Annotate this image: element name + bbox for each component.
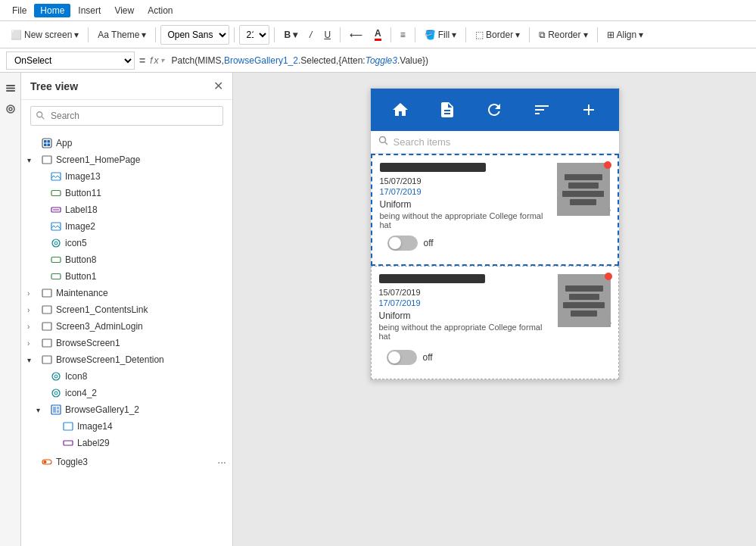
icon-icon-5 — [50, 237, 62, 249]
menu-home[interactable]: Home — [34, 4, 70, 17]
button-icon-8 — [50, 254, 62, 266]
sidebar-search-container — [21, 100, 232, 132]
app-search-placeholder: Search items — [394, 136, 451, 148]
app-search-bar[interactable]: Search items — [371, 131, 619, 154]
fill-chevron-icon: ▾ — [452, 30, 456, 40]
svg-point-36 — [44, 460, 47, 463]
formula-equals: = — [139, 55, 145, 67]
tree-item-icon42[interactable]: icon4_2 — [21, 385, 232, 401]
header-document-icon[interactable] — [434, 96, 461, 123]
new-screen-button[interactable]: ⬜ New screen ▾ — [6, 27, 83, 42]
menu-file[interactable]: File — [6, 4, 33, 17]
tree-item-image2[interactable]: Image2 — [21, 218, 232, 235]
svg-line-38 — [384, 142, 387, 145]
tree-item-button8[interactable]: Button8 — [21, 251, 232, 268]
tree-item-screen1homepage[interactable]: ▾ Screen1_HomePage — [21, 151, 232, 168]
toggle-3-label: off — [424, 238, 434, 248]
tree-item-adminlogin[interactable]: › Screen3_AdminLogin — [21, 318, 232, 335]
svg-point-17 — [54, 242, 58, 245]
formula-ref-gallery: BrowseGallery1_2 — [224, 55, 298, 66]
tree-label-image13: Image13 — [65, 171, 226, 182]
toggle-item2-control[interactable] — [387, 350, 417, 365]
font-select[interactable]: Open Sans — [160, 25, 229, 45]
gallery-item-1-text: 15/07/2019 17/07/2019 Uniform being with… — [380, 163, 551, 229]
gallery-item-2-category: Uniform — [379, 310, 552, 321]
left-icon-components[interactable] — [2, 100, 20, 118]
tree-label-detention: BrowseScreen1_Detention — [56, 354, 226, 365]
reorder-chevron-icon: ▾ — [583, 30, 588, 40]
gallery-item-2-date2: 17/07/2019 — [379, 298, 552, 307]
menu-view[interactable]: View — [108, 4, 140, 17]
bold-button[interactable]: B ▾ — [279, 27, 302, 42]
menu-action[interactable]: Action — [142, 4, 179, 17]
gallery-item-2[interactable]: 15/07/2019 17/07/2019 Uniform being with… — [371, 266, 619, 379]
toggle-3-control[interactable] — [387, 236, 418, 251]
tree-item-label18[interactable]: Label18 — [21, 201, 232, 218]
theme-chevron-icon: ▾ — [142, 30, 146, 40]
screen-icon-maintenance — [41, 287, 53, 299]
font-color-button[interactable]: A — [370, 26, 386, 43]
formula-text-value: .Value}) — [397, 55, 428, 66]
tree-item-app[interactable]: App — [21, 135, 232, 151]
gallery-item-1-image — [557, 163, 610, 216]
tree-item-maintenance[interactable]: › Maintenance — [21, 285, 232, 301]
theme-button[interactable]: Aa Theme ▾ — [93, 27, 151, 42]
menu-insert[interactable]: Insert — [72, 4, 107, 17]
align-button[interactable]: ⊞ Align ▾ — [602, 27, 649, 42]
left-icon-bar — [0, 73, 21, 546]
tree-item-label29[interactable]: Label29 — [21, 435, 232, 451]
svg-rect-10 — [42, 156, 51, 164]
svg-rect-23 — [42, 339, 51, 347]
header-home-icon[interactable] — [387, 96, 414, 123]
border-button[interactable]: ⬚ Border ▾ — [471, 27, 524, 42]
sidebar-close-button[interactable]: ✕ — [213, 79, 223, 93]
tree-item-detention[interactable]: ▾ BrowseScreen1_Detention — [21, 351, 232, 368]
header-refresh-icon[interactable] — [481, 96, 508, 123]
svg-rect-2 — [6, 90, 15, 92]
toolbar-separator-3 — [234, 27, 235, 42]
formula-ref-toggle: Toggle3 — [366, 55, 397, 66]
formula-content[interactable]: Patch(MIMS,BrowseGallery1_2.Selected,{At… — [169, 55, 750, 66]
tree-item-contentslink[interactable]: › Screen1_ContentsLink — [21, 301, 232, 318]
toolbar-separator-8 — [465, 27, 466, 42]
left-icon-layers[interactable] — [2, 79, 20, 97]
italic-button[interactable]: / — [305, 27, 316, 42]
tree-item-button11[interactable]: Button11 — [21, 185, 232, 201]
reorder-button[interactable]: ⧉ Reorder ▾ — [534, 27, 592, 42]
gallery-item-2-text: 15/07/2019 17/07/2019 Uniform being with… — [379, 274, 552, 341]
tree-label-label29: Label29 — [77, 438, 226, 448]
tree-item-icon5[interactable]: icon5 — [21, 235, 232, 251]
align-text-button[interactable]: ≡ — [396, 27, 410, 42]
search-input[interactable] — [30, 106, 223, 126]
tree-label-screen1homepage: Screen1_HomePage — [56, 154, 226, 165]
svg-rect-30 — [53, 407, 56, 413]
svg-rect-0 — [6, 85, 15, 86]
tree-item-browsescreen1[interactable]: › BrowseScreen1 — [21, 335, 232, 351]
header-add-icon[interactable] — [575, 96, 602, 123]
tree-label-icon8: Icon8 — [65, 371, 226, 382]
gallery-item-2-toggle-row: off — [379, 341, 611, 371]
tree-item-toggle3[interactable]: Toggle3 — [27, 454, 217, 470]
gallery-item-2-image — [558, 274, 611, 327]
more-options-button[interactable]: ··· — [217, 456, 226, 468]
toolbar-separator-2 — [155, 27, 156, 42]
tree-item-browsegallery12[interactable]: ▾ BrowseGallery1_2 — [21, 401, 232, 418]
tree-item-icon8[interactable]: Icon8 — [21, 368, 232, 385]
toolbar-separator-5 — [340, 27, 341, 42]
button-icon-11 — [50, 187, 62, 199]
border-icon: ⬚ — [475, 30, 484, 40]
font-size-select[interactable]: 21 — [239, 25, 269, 45]
header-sort-icon[interactable] — [528, 96, 555, 123]
fill-button[interactable]: 🪣 Fill ▾ — [420, 27, 461, 42]
tree-item-image14[interactable]: Image14 — [21, 418, 232, 435]
tree-item-image13[interactable]: Image13 — [21, 168, 232, 185]
strikethrough-button[interactable]: ⟵ — [345, 27, 367, 42]
property-select[interactable]: OnSelect — [6, 51, 135, 70]
svg-point-4 — [9, 108, 12, 111]
gallery-item-1[interactable]: 15/07/2019 17/07/2019 Uniform being with… — [371, 154, 619, 266]
tree-item-button1[interactable]: Button1 — [21, 268, 232, 285]
svg-point-37 — [379, 137, 385, 143]
bold-chevron-icon: ▾ — [293, 30, 297, 40]
underline-button[interactable]: U — [319, 27, 335, 42]
gallery-item-1-redacted-name — [380, 163, 486, 172]
